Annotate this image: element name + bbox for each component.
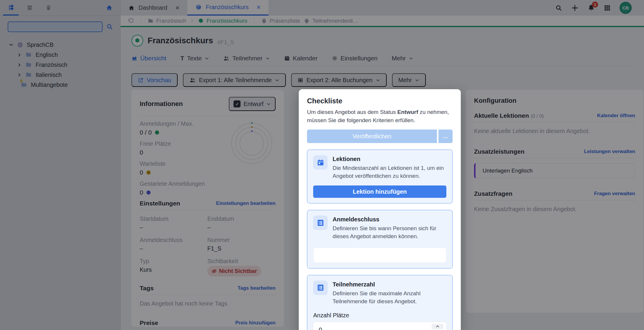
modal-title: Checkliste <box>307 97 453 105</box>
list-icon <box>313 215 328 230</box>
criterion-description: Die Mindestanzahl an Lektionen ist 1, um… <box>333 164 446 180</box>
stepper-up-button[interactable] <box>432 324 443 329</box>
lektion-hinzufuegen-button[interactable]: Lektion hinzufügen <box>313 185 446 198</box>
publish-more-button[interactable]: ... <box>438 130 453 143</box>
criterion-title: Anmeldeschluss <box>333 215 446 223</box>
criterion-description: Definieren Sie die maximale Anzahl Teiln… <box>333 290 446 306</box>
modal-intro: Um dieses Angebot aus dem Status Entwurf… <box>307 108 453 124</box>
calendar-icon <box>313 155 328 170</box>
criterion-title: Lektionen <box>333 155 446 162</box>
status-emphasis: Entwurf <box>397 109 418 115</box>
checkliste-modal: Checkliste Um dieses Angebot aus dem Sta… <box>299 89 461 330</box>
criterion-title: Teilnehmerzahl <box>333 281 446 288</box>
anzahl-plaetze-input[interactable] <box>313 322 446 330</box>
criterion-description: Definieren Sie bis wann Personen sich fü… <box>333 225 446 241</box>
anmeldeschluss-input[interactable] <box>313 248 446 263</box>
veroeffentlichen-button[interactable]: Veröffentlichen <box>307 130 437 143</box>
criterion-lektionen: Lektionen Die Mindestanzahl an Lektionen… <box>307 150 453 203</box>
criterion-anmeldeschluss: Anmeldeschluss Definieren Sie bis wann P… <box>307 210 453 268</box>
list-icon <box>313 281 328 295</box>
criterion-teilnehmerzahl: Teilnehmerzahl Definieren Sie die maxima… <box>307 275 453 330</box>
anzahl-plaetze-label: Anzahl Plätze <box>313 312 446 319</box>
